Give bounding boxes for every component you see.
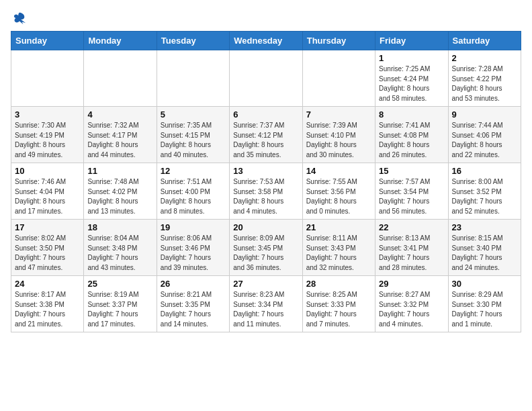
weekday-header-monday: Monday: [84, 32, 157, 50]
day-info: Sunrise: 7:53 AM Sunset: 3:58 PM Dayligh…: [233, 177, 298, 216]
calendar-cell: 11Sunrise: 7:48 AM Sunset: 4:02 PM Dayli…: [84, 163, 157, 220]
day-info: Sunrise: 8:27 AM Sunset: 3:32 PM Dayligh…: [379, 290, 444, 329]
day-info: Sunrise: 7:30 AM Sunset: 4:19 PM Dayligh…: [15, 121, 80, 160]
day-number: 26: [161, 279, 226, 289]
week-row-5: 24Sunrise: 8:17 AM Sunset: 3:38 PM Dayli…: [11, 276, 521, 332]
day-info: Sunrise: 8:25 AM Sunset: 3:33 PM Dayligh…: [306, 290, 371, 329]
day-info: Sunrise: 8:17 AM Sunset: 3:38 PM Dayligh…: [15, 290, 80, 329]
day-number: 13: [233, 166, 298, 176]
calendar-cell: 10Sunrise: 7:46 AM Sunset: 4:04 PM Dayli…: [11, 163, 84, 220]
weekday-header-thursday: Thursday: [302, 32, 375, 50]
day-number: 14: [306, 166, 371, 176]
day-number: 4: [87, 109, 152, 120]
day-number: 8: [379, 109, 444, 120]
day-number: 18: [87, 222, 152, 232]
day-info: Sunrise: 7:44 AM Sunset: 4:06 PM Dayligh…: [452, 121, 517, 160]
day-info: Sunrise: 7:28 AM Sunset: 4:22 PM Dayligh…: [452, 64, 517, 103]
day-number: 30: [452, 279, 517, 289]
week-row-2: 3Sunrise: 7:30 AM Sunset: 4:19 PM Daylig…: [11, 107, 521, 163]
day-info: Sunrise: 8:13 AM Sunset: 3:41 PM Dayligh…: [379, 234, 444, 273]
day-number: 17: [15, 222, 80, 232]
calendar-table: SundayMondayTuesdayWednesdayThursdayFrid…: [11, 31, 521, 332]
day-number: 15: [379, 166, 444, 176]
calendar-cell: 21Sunrise: 8:11 AM Sunset: 3:43 PM Dayli…: [302, 220, 375, 276]
calendar-cell: [84, 50, 157, 107]
day-info: Sunrise: 8:06 AM Sunset: 3:46 PM Dayligh…: [161, 234, 226, 273]
calendar-cell: 17Sunrise: 8:02 AM Sunset: 3:50 PM Dayli…: [11, 220, 84, 276]
day-number: 20: [233, 222, 298, 232]
calendar-cell: 9Sunrise: 7:44 AM Sunset: 4:06 PM Daylig…: [448, 107, 521, 163]
day-info: Sunrise: 7:35 AM Sunset: 4:15 PM Dayligh…: [161, 121, 226, 160]
weekday-header-wednesday: Wednesday: [230, 32, 302, 50]
day-number: 7: [306, 109, 371, 120]
week-row-4: 17Sunrise: 8:02 AM Sunset: 3:50 PM Dayli…: [11, 220, 521, 276]
day-number: 19: [161, 222, 226, 232]
day-number: 12: [161, 166, 226, 176]
header: [11, 11, 521, 26]
day-info: Sunrise: 8:00 AM Sunset: 3:52 PM Dayligh…: [452, 177, 517, 216]
day-info: Sunrise: 7:51 AM Sunset: 4:00 PM Dayligh…: [161, 177, 226, 216]
logo-bird-icon: [12, 11, 27, 26]
weekday-header-tuesday: Tuesday: [157, 32, 229, 50]
day-number: 25: [87, 279, 152, 289]
calendar-cell: 3Sunrise: 7:30 AM Sunset: 4:19 PM Daylig…: [11, 107, 84, 163]
calendar-cell: 7Sunrise: 7:39 AM Sunset: 4:10 PM Daylig…: [302, 107, 375, 163]
day-info: Sunrise: 8:04 AM Sunset: 3:48 PM Dayligh…: [87, 234, 152, 273]
day-info: Sunrise: 8:29 AM Sunset: 3:30 PM Dayligh…: [452, 290, 517, 329]
calendar-cell: 22Sunrise: 8:13 AM Sunset: 3:41 PM Dayli…: [375, 220, 448, 276]
day-info: Sunrise: 8:09 AM Sunset: 3:45 PM Dayligh…: [233, 234, 298, 273]
calendar-cell: [230, 50, 302, 107]
calendar-cell: 1Sunrise: 7:25 AM Sunset: 4:24 PM Daylig…: [375, 50, 448, 107]
calendar-cell: 8Sunrise: 7:41 AM Sunset: 4:08 PM Daylig…: [375, 107, 448, 163]
day-info: Sunrise: 7:25 AM Sunset: 4:24 PM Dayligh…: [379, 64, 444, 103]
day-info: Sunrise: 7:37 AM Sunset: 4:12 PM Dayligh…: [233, 121, 298, 160]
day-number: 6: [233, 109, 298, 120]
day-number: 23: [452, 222, 517, 232]
calendar-cell: [157, 50, 229, 107]
calendar-cell: 23Sunrise: 8:15 AM Sunset: 3:40 PM Dayli…: [448, 220, 521, 276]
calendar-cell: 13Sunrise: 7:53 AM Sunset: 3:58 PM Dayli…: [230, 163, 302, 220]
day-number: 3: [15, 109, 80, 120]
logo: [11, 11, 27, 26]
calendar-cell: 6Sunrise: 7:37 AM Sunset: 4:12 PM Daylig…: [230, 107, 302, 163]
calendar-cell: 2Sunrise: 7:28 AM Sunset: 4:22 PM Daylig…: [448, 50, 521, 107]
week-row-3: 10Sunrise: 7:46 AM Sunset: 4:04 PM Dayli…: [11, 163, 521, 220]
calendar-cell: 14Sunrise: 7:55 AM Sunset: 3:56 PM Dayli…: [302, 163, 375, 220]
calendar-cell: 19Sunrise: 8:06 AM Sunset: 3:46 PM Dayli…: [157, 220, 229, 276]
day-number: 24: [15, 279, 80, 289]
calendar-cell: 4Sunrise: 7:32 AM Sunset: 4:17 PM Daylig…: [84, 107, 157, 163]
calendar-cell: 25Sunrise: 8:19 AM Sunset: 3:37 PM Dayli…: [84, 276, 157, 332]
day-number: 16: [452, 166, 517, 176]
day-info: Sunrise: 8:02 AM Sunset: 3:50 PM Dayligh…: [15, 234, 80, 273]
calendar-cell: 26Sunrise: 8:21 AM Sunset: 3:35 PM Dayli…: [157, 276, 229, 332]
day-info: Sunrise: 7:41 AM Sunset: 4:08 PM Dayligh…: [379, 121, 444, 160]
day-number: 11: [87, 166, 152, 176]
day-number: 29: [379, 279, 444, 289]
day-info: Sunrise: 7:32 AM Sunset: 4:17 PM Dayligh…: [87, 121, 152, 160]
calendar-cell: 15Sunrise: 7:57 AM Sunset: 3:54 PM Dayli…: [375, 163, 448, 220]
calendar-cell: 18Sunrise: 8:04 AM Sunset: 3:48 PM Dayli…: [84, 220, 157, 276]
calendar-cell: 12Sunrise: 7:51 AM Sunset: 4:00 PM Dayli…: [157, 163, 229, 220]
calendar-cell: [11, 50, 84, 107]
weekday-header-friday: Friday: [375, 32, 448, 50]
calendar-cell: 28Sunrise: 8:25 AM Sunset: 3:33 PM Dayli…: [302, 276, 375, 332]
calendar-cell: 20Sunrise: 8:09 AM Sunset: 3:45 PM Dayli…: [230, 220, 302, 276]
day-number: 1: [379, 53, 444, 63]
day-info: Sunrise: 7:46 AM Sunset: 4:04 PM Dayligh…: [15, 177, 80, 216]
calendar-cell: 24Sunrise: 8:17 AM Sunset: 3:38 PM Dayli…: [11, 276, 84, 332]
day-info: Sunrise: 8:23 AM Sunset: 3:34 PM Dayligh…: [233, 290, 298, 329]
weekday-header-sunday: Sunday: [11, 32, 84, 50]
calendar-cell: 27Sunrise: 8:23 AM Sunset: 3:34 PM Dayli…: [230, 276, 302, 332]
calendar-cell: [302, 50, 375, 107]
week-row-1: 1Sunrise: 7:25 AM Sunset: 4:24 PM Daylig…: [11, 50, 521, 107]
day-info: Sunrise: 8:15 AM Sunset: 3:40 PM Dayligh…: [452, 234, 517, 273]
day-number: 22: [379, 222, 444, 232]
weekday-header-row: SundayMondayTuesdayWednesdayThursdayFrid…: [11, 32, 521, 50]
day-number: 10: [15, 166, 80, 176]
day-info: Sunrise: 7:55 AM Sunset: 3:56 PM Dayligh…: [306, 177, 371, 216]
calendar-cell: 16Sunrise: 8:00 AM Sunset: 3:52 PM Dayli…: [448, 163, 521, 220]
calendar-cell: 30Sunrise: 8:29 AM Sunset: 3:30 PM Dayli…: [448, 276, 521, 332]
day-info: Sunrise: 8:21 AM Sunset: 3:35 PM Dayligh…: [161, 290, 226, 329]
day-number: 27: [233, 279, 298, 289]
day-number: 9: [452, 109, 517, 120]
